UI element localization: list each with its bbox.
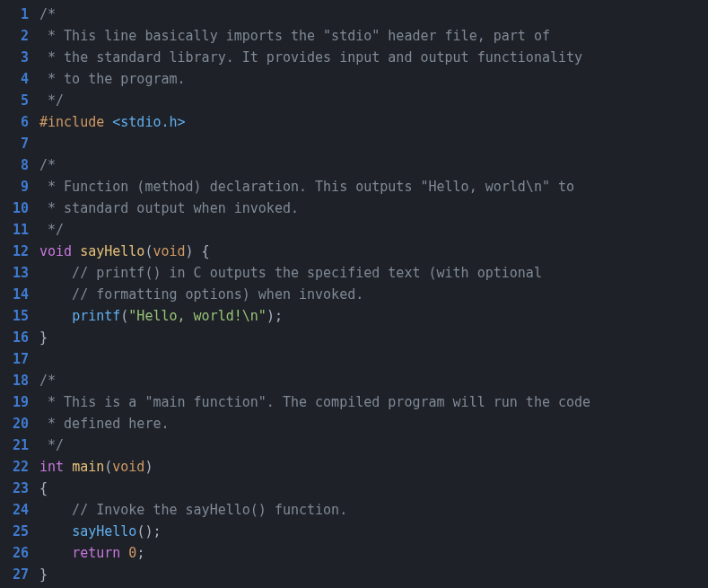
line-number: 7 <box>0 133 29 154</box>
code-line[interactable]: int main(void) <box>39 456 708 478</box>
code-line[interactable]: void sayHello(void) { <box>39 241 708 262</box>
code-line[interactable]: { <box>39 478 708 499</box>
token-string: "Hello, world!\n" <box>128 308 267 324</box>
line-number: 23 <box>0 478 29 499</box>
line-number: 14 <box>0 284 29 305</box>
code-line[interactable]: // formatting options) when invoked. <box>39 284 708 305</box>
line-number: 26 <box>0 542 29 564</box>
line-number: 20 <box>0 413 29 434</box>
token-keyword: void <box>39 243 72 259</box>
code-line[interactable] <box>39 133 708 154</box>
token-comment: */ <box>39 92 64 109</box>
token-punc: (); <box>136 523 161 540</box>
token-punc: ( <box>104 459 112 475</box>
line-number: 15 <box>0 305 29 327</box>
token-keyword: return <box>72 545 120 561</box>
code-line[interactable]: } <box>39 564 708 585</box>
token-comment: * This line basically imports the "stdio… <box>39 28 550 44</box>
token-comment: * to the program. <box>39 71 186 87</box>
token-punc: { <box>39 480 48 496</box>
code-editor[interactable]: 1234567891011121314151617181920212223242… <box>0 0 708 588</box>
token-funccall: printf <box>72 308 120 324</box>
token-comment: */ <box>39 437 64 453</box>
code-line[interactable]: */ <box>39 434 708 456</box>
token-comment: /* <box>39 6 56 22</box>
token-type: void <box>112 459 144 475</box>
token-punc: ; <box>136 545 144 561</box>
token-comment: * defined here. <box>39 416 170 432</box>
line-number: 10 <box>0 197 29 219</box>
line-number: 17 <box>0 348 29 370</box>
token-punc <box>39 545 72 561</box>
line-number: 13 <box>0 262 29 284</box>
code-line[interactable]: * Function (method) declaration. This ou… <box>39 176 708 197</box>
token-punc <box>39 308 72 324</box>
line-number: 24 <box>0 499 29 521</box>
token-comment: * standard output when invoked. <box>39 200 299 216</box>
token-punc: } <box>39 566 48 583</box>
token-punc <box>64 459 72 475</box>
code-line[interactable]: /* <box>39 370 708 391</box>
line-number: 19 <box>0 391 29 413</box>
line-number: 11 <box>0 219 29 241</box>
code-line[interactable]: sayHello(); <box>39 521 708 542</box>
line-number: 9 <box>0 176 29 197</box>
code-line[interactable]: * standard output when invoked. <box>39 197 708 219</box>
code-line[interactable] <box>39 348 708 370</box>
code-line[interactable]: // Invoke the sayHello() function. <box>39 499 708 521</box>
line-number: 1 <box>0 4 29 25</box>
code-area[interactable]: /* * This line basically imports the "st… <box>36 0 708 588</box>
line-number: 4 <box>0 68 29 90</box>
token-preproc: #include <box>39 114 112 130</box>
code-line[interactable]: */ <box>39 90 708 111</box>
code-line[interactable]: // printf() in C outputs the specified t… <box>39 262 708 284</box>
line-number: 2 <box>0 25 29 47</box>
line-number: 5 <box>0 90 29 111</box>
token-punc: ); <box>267 308 283 324</box>
code-line[interactable]: */ <box>39 219 708 241</box>
code-line[interactable]: * to the program. <box>39 68 708 90</box>
line-number: 25 <box>0 521 29 542</box>
token-punc: ) { <box>186 243 210 259</box>
code-line[interactable]: /* <box>39 4 708 25</box>
token-header: <stdio.h> <box>112 114 185 130</box>
token-comment: * the standard library. It provides inpu… <box>39 49 582 66</box>
line-number: 22 <box>0 456 29 478</box>
code-line[interactable]: * This is a "main function". The compile… <box>39 391 708 413</box>
token-type: void <box>153 243 185 259</box>
code-line[interactable]: * the standard library. It provides inpu… <box>39 47 708 68</box>
token-comment: /* <box>39 157 56 173</box>
line-number: 21 <box>0 434 29 456</box>
code-line[interactable]: } <box>39 327 708 348</box>
token-funcdef: sayHello <box>80 243 144 259</box>
line-number: 27 <box>0 564 29 585</box>
token-punc <box>72 243 80 259</box>
line-number: 8 <box>0 154 29 176</box>
token-punc: ( <box>120 308 128 324</box>
token-punc: ) <box>144 459 153 475</box>
token-comment: * This is a "main function". The compile… <box>39 394 590 410</box>
token-punc <box>39 523 72 540</box>
token-punc: } <box>39 329 48 346</box>
token-funccall: sayHello <box>72 523 136 540</box>
token-comment: // formatting options) when invoked. <box>39 286 363 303</box>
line-number: 12 <box>0 241 29 262</box>
line-number: 16 <box>0 327 29 348</box>
line-number: 18 <box>0 370 29 391</box>
token-comment: // printf() in C outputs the specified t… <box>39 265 542 281</box>
token-comment: * Function (method) declaration. This ou… <box>39 179 574 195</box>
code-line[interactable]: /* <box>39 154 708 176</box>
token-comment: */ <box>39 222 64 238</box>
token-comment: /* <box>39 373 56 389</box>
line-number: 6 <box>0 111 29 133</box>
line-number: 3 <box>0 47 29 68</box>
code-line[interactable]: * This line basically imports the "stdio… <box>39 25 708 47</box>
code-line[interactable]: printf("Hello, world!\n"); <box>39 305 708 327</box>
code-line[interactable]: #include <stdio.h> <box>39 111 708 133</box>
code-line[interactable]: * defined here. <box>39 413 708 434</box>
token-comment: // Invoke the sayHello() function. <box>39 502 347 518</box>
token-funcdef: main <box>72 459 104 475</box>
code-line[interactable]: return 0; <box>39 542 708 564</box>
line-number-gutter: 1234567891011121314151617181920212223242… <box>0 0 36 588</box>
token-punc <box>120 545 128 561</box>
